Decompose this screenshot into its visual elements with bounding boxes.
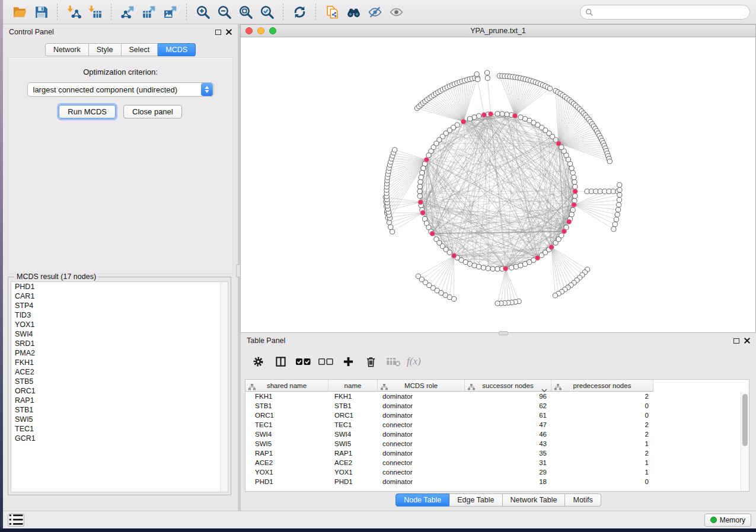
clear-checks-icon[interactable] [314,352,337,370]
tab-network-table[interactable]: Network Table [503,493,566,507]
tab-style[interactable]: Style [89,43,122,56]
result-list-item[interactable]: GCR1 [11,434,228,443]
memory-label: Memory [720,516,745,524]
result-list-item[interactable]: ORC1 [11,386,228,396]
result-list-item[interactable]: TEC1 [11,424,228,434]
function-builder-icon[interactable]: f(x) [404,355,421,367]
table-row[interactable]: ORC1ORC1dominator610 [245,411,749,420]
control-panel: Control Panel NetworkStyleSelectMCDS Opt… [3,24,238,511]
status-bar: Memory [3,511,756,528]
memory-button[interactable]: Memory [704,514,751,527]
close-panel-button[interactable]: Close panel [123,105,182,118]
network-canvas[interactable] [241,37,755,332]
cell-shared-name: ORC1 [245,412,328,419]
zoom-in-icon[interactable] [192,2,213,21]
table-row[interactable]: YOX1YOX1connector291 [245,467,749,477]
column-header-shared-name[interactable]: shared name [245,380,328,391]
delete-column-icon[interactable] [382,352,404,370]
toolbar-separator [315,4,316,20]
result-list-item[interactable]: SWI4 [11,329,228,339]
import-network-icon[interactable] [63,2,84,21]
horizontal-splitter-handle[interactable] [499,331,508,335]
cell-shared-name: PHD1 [245,478,328,485]
delete-row-icon[interactable] [359,352,382,370]
zoom-fit-icon[interactable] [235,2,256,21]
table-header-row: shared namenameMCDS rolesuccessor nodesp… [245,380,653,392]
result-list-item[interactable]: CAR1 [11,291,228,301]
result-list-item[interactable]: SRD1 [11,339,228,348]
refresh-view-icon[interactable] [289,2,310,21]
task-history-button[interactable] [8,514,24,527]
tab-network[interactable]: Network [45,43,89,56]
add-row-icon[interactable] [337,352,359,370]
result-list-item[interactable]: PMA2 [11,348,228,358]
result-list-item[interactable]: STB5 [11,377,228,386]
import-table-icon[interactable] [84,2,106,21]
cell-shared-name: STB1 [245,402,328,409]
clone-network-icon[interactable] [321,2,343,21]
cell-mcds-role: dominator [378,478,465,485]
export-network-icon[interactable] [117,2,138,21]
table-scrollbar[interactable] [741,392,749,491]
result-list-item[interactable]: STP4 [11,301,228,310]
save-session-icon[interactable] [30,2,52,21]
cell-name: RAP1 [328,450,378,457]
hide-unhide-icon[interactable] [364,2,385,21]
table-row[interactable]: PHD1PHD1dominator180 [245,477,749,486]
select-all-checks-icon[interactable] [292,352,314,370]
column-header-name[interactable]: name [328,380,378,391]
cell-successor-nodes: 35 [465,450,551,457]
float-table-panel-icon[interactable] [733,338,739,344]
table-row[interactable]: TEC1TEC1connector472 [245,420,749,430]
cell-mcds-role: connector [378,469,465,476]
tab-node-table[interactable]: Node Table [395,493,449,507]
criterion-select[interactable]: largest connected component (undirected) [27,82,214,97]
toolbar-icon-group [9,2,407,21]
columns-icon[interactable] [269,352,292,370]
column-header-predecessor-nodes[interactable]: predecessor nodes [551,380,653,391]
export-image-icon[interactable] [160,2,181,21]
result-list-scrollbar[interactable] [220,282,228,492]
tab-mcds[interactable]: MCDS [158,43,196,56]
run-mcds-button[interactable]: Run MCDS [59,105,116,118]
result-list-item[interactable]: STB1 [11,405,228,415]
result-list-item[interactable]: TID3 [11,310,228,320]
result-list-item[interactable]: FKH1 [11,358,228,367]
result-list-item[interactable]: SWI5 [11,415,228,424]
gear-icon[interactable] [247,352,269,370]
mcds-result-list[interactable]: PHD1CAR1STP4TID3YOX1SWI4SRD1PMA2FKH1ACE2… [11,281,228,492]
close-table-panel-icon[interactable] [744,338,750,344]
sort-indicator-icon[interactable] [541,384,547,395]
close-panel-icon[interactable] [226,29,232,35]
tab-edge-table[interactable]: Edge Table [449,493,502,507]
cell-shared-name: YOX1 [245,469,328,476]
show-hidden-icon[interactable] [385,2,407,21]
network-graph[interactable] [241,37,755,334]
zoom-selected-icon[interactable] [256,2,277,21]
result-list-item[interactable]: RAP1 [11,396,228,405]
result-list-item[interactable]: ACE2 [11,367,228,377]
find-icon[interactable] [343,2,364,21]
result-list-item[interactable]: YOX1 [11,320,228,329]
result-list-item[interactable]: PHD1 [11,282,228,291]
table-scrollbar-thumb[interactable] [742,394,748,446]
table-row[interactable]: STB1STB1dominator620 [245,401,749,411]
cell-successor-nodes: 47 [465,421,551,428]
column-header-successor-nodes[interactable]: successor nodes [465,380,551,391]
tab-motifs[interactable]: Motifs [565,493,601,507]
table-row[interactable]: FKH1FKH1dominator962 [245,392,749,401]
export-table-icon[interactable] [138,2,160,21]
float-panel-icon[interactable] [215,30,221,35]
cell-mcds-role: connector [378,421,465,428]
zoom-out-icon[interactable] [213,2,235,21]
table-row[interactable]: SWI4SWI4dominator462 [245,430,749,439]
column-header-mcds-role[interactable]: MCDS role [378,380,465,391]
search-input[interactable] [594,7,749,18]
tab-select[interactable]: Select [122,43,158,56]
column-label: predecessor nodes [573,382,631,389]
table-row[interactable]: SWI5SWI5connector431 [245,439,749,448]
table-row[interactable]: ACE2ACE2connector311 [245,458,749,467]
table-row[interactable]: RAP1RAP1dominator352 [245,448,749,458]
control-panel-titlebar: Control Panel [3,24,238,40]
open-file-icon[interactable] [9,2,30,21]
